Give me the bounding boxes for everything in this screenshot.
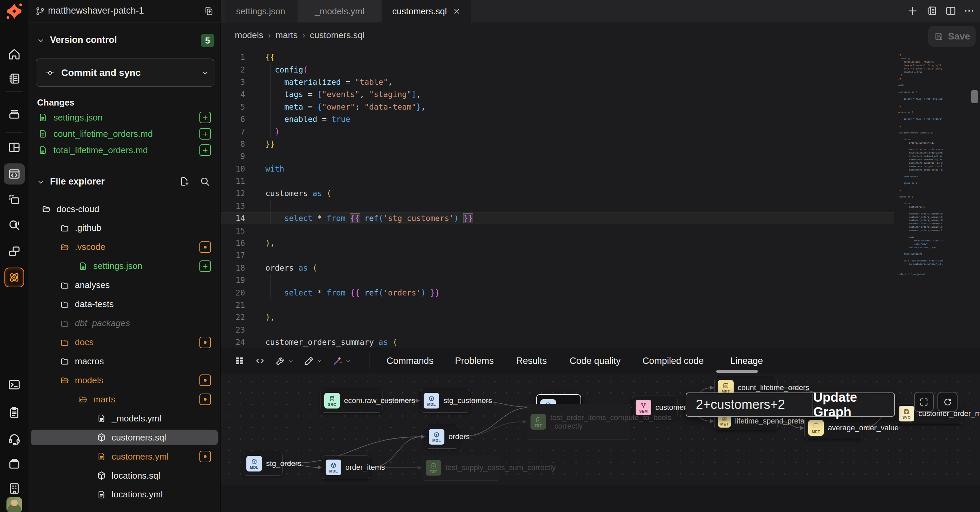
tab-settings.json[interactable]: settings.json (224, 0, 297, 22)
stage-file-icon[interactable]: + (199, 112, 211, 123)
code-line-3[interactable]: 3 materialized = "table", (221, 76, 894, 88)
tree-item-.github[interactable]: .github (31, 220, 218, 236)
code-line-7[interactable]: 7 ) (221, 125, 894, 137)
bottom-tab-Problems[interactable]: Problems (455, 356, 494, 366)
lineage-canvas[interactable]: SRCecom.raw_customersMDLstg_customersMDL… (221, 373, 980, 485)
tool-code-view[interactable] (254, 355, 266, 367)
code-line-18[interactable]: 18orders as ( (221, 262, 894, 274)
lineage-node-test_supply[interactable]: TSTtest_supply_costs_sum_correctly (422, 455, 500, 481)
code-line-10[interactable]: 10with (221, 163, 894, 175)
code-line-8[interactable]: 8}} (221, 138, 894, 150)
dbt-logo[interactable] (0, 0, 28, 22)
tree-item-macros[interactable]: macros (31, 353, 218, 369)
tree-item-docs-cloud[interactable]: docs-cloud (31, 201, 218, 217)
tool-format[interactable] (303, 355, 323, 367)
rail-item-insights[interactable] (0, 214, 28, 236)
tab-customers.sql[interactable]: customers.sql (382, 0, 471, 22)
stage-file-icon[interactable]: + (199, 128, 211, 140)
rail-item-terminal[interactable] (0, 374, 28, 396)
code-line-2[interactable]: 2 config( (221, 63, 894, 76)
breadcrumb-item[interactable]: customers.sql (310, 30, 364, 40)
explorer-collapse-chevron[interactable] (37, 178, 45, 187)
tree-item-marts[interactable]: marts (31, 391, 218, 407)
tool-build-tools[interactable] (275, 355, 294, 367)
tree-item-dbt_packages[interactable]: dbt_packages (31, 316, 218, 331)
lineage-node-orders[interactable]: MDLorders (425, 425, 459, 449)
editor-scrollbar[interactable] (971, 90, 978, 103)
stage-file-icon[interactable]: + (199, 144, 211, 156)
rail-item-user-avatar[interactable] (0, 494, 28, 512)
copy-branch-icon[interactable] (203, 5, 214, 16)
code-line-6[interactable]: 6 enabled = true (221, 113, 894, 125)
changed-file-row[interactable]: total_lifetime_orders.md+ (28, 142, 221, 158)
changed-file-row[interactable]: settings.json+ (28, 109, 221, 126)
lineage-node-test_order_items[interactable]: TSTtest_order_items_compute_to_bools _co… (527, 404, 631, 440)
tree-item-.vscode[interactable]: .vscode (31, 239, 218, 255)
breadcrumb-item[interactable]: marts (275, 30, 298, 40)
tool-results-table[interactable] (234, 355, 245, 367)
code-line-17[interactable]: 17 (221, 249, 894, 262)
close-tab-icon[interactable] (452, 7, 461, 16)
lineage-node-stg_orders[interactable]: MDLstg_orders (243, 452, 283, 475)
breadcrumb-item[interactable]: models (235, 30, 263, 40)
code-line-21[interactable]: 21 (221, 299, 894, 311)
code-line-11[interactable]: 11 (221, 175, 894, 187)
code-editor[interactable]: 1{{2 config(3 materialized = "table",4 t… (221, 51, 894, 348)
code-line-24[interactable]: 24customer_orders_summary as ( (221, 336, 894, 348)
save-button[interactable]: Save (928, 26, 975, 47)
tool-dbt-copilot[interactable] (332, 355, 352, 367)
rail-item-clipboard[interactable] (0, 402, 28, 423)
code-line-1[interactable]: 1{{ (221, 51, 894, 63)
changed-file-row[interactable]: count_lifetime_orders.md+ (28, 126, 221, 142)
tree-item-docs[interactable]: docs (31, 335, 218, 350)
code-line-4[interactable]: 4 tags = ["events", "staging"], (221, 88, 894, 100)
tree-item-analyses[interactable]: analyses (31, 278, 218, 293)
code-line-15[interactable]: 15 (221, 224, 894, 237)
new-tab-icon[interactable] (907, 5, 919, 17)
lineage-fullscreen-button[interactable] (914, 392, 934, 412)
tree-item-_models.yml[interactable]: _models.yml (31, 411, 218, 426)
bottom-tab-Compiled code[interactable]: Compiled code (643, 356, 704, 366)
code-line-19[interactable]: 19 (221, 274, 894, 286)
bottom-tab-Code quality[interactable]: Code quality (570, 356, 620, 366)
tree-item-data-tests[interactable]: data-tests (31, 297, 218, 312)
code-line-16[interactable]: 16), (221, 237, 894, 249)
rail-item-code-editor[interactable] (0, 163, 28, 185)
code-line-22[interactable]: 22), (221, 311, 894, 324)
bottom-tab-Commands[interactable]: Commands (387, 356, 434, 366)
rail-item-windows[interactable] (0, 240, 28, 262)
commit-dropdown-chevron[interactable] (200, 68, 210, 78)
lineage-search-overlay[interactable]: 2+customers+2 Update Graph (686, 392, 895, 417)
editor-more-icon[interactable] (963, 5, 975, 17)
tree-item-locations.yml[interactable]: locations.yml (31, 487, 218, 502)
rail-item-home[interactable] (0, 43, 28, 65)
rail-item-notebook[interactable] (0, 68, 28, 89)
chevron-down-icon[interactable] (345, 357, 352, 364)
bottom-tab-Lineage[interactable]: Lineage (730, 356, 763, 366)
chevron-down-icon[interactable] (316, 357, 323, 364)
tree-item-models[interactable]: models (31, 372, 218, 388)
tab-_models.yml[interactable]: _models.yml (298, 0, 381, 22)
commit-and-sync-button[interactable]: Commit and sync (36, 59, 215, 87)
code-line-13[interactable]: 13 (221, 200, 894, 212)
rail-item-inbox[interactable] (0, 103, 28, 124)
rail-item-layout[interactable] (0, 137, 28, 158)
chevron-down-icon[interactable] (288, 357, 294, 364)
code-line-12[interactable]: 12customers as ( (221, 187, 894, 199)
lineage-query-input[interactable]: 2+customers+2 (686, 393, 813, 416)
code-line-14[interactable]: 14 select * from {{ ref('stg_customers')… (221, 212, 894, 224)
notebook-panel-icon[interactable] (926, 5, 938, 17)
lineage-node-raw_customers[interactable]: SRCecom.raw_customers (321, 389, 382, 413)
bottom-tab-Results[interactable]: Results (516, 356, 547, 366)
tree-item-settings.json[interactable]: settings.json+ (31, 258, 218, 274)
new-file-icon[interactable] (179, 175, 190, 187)
lineage-refresh-button[interactable] (937, 392, 958, 412)
lineage-node-order_items[interactable]: MDLorder_items (322, 456, 370, 479)
tree-item-customers.sql[interactable]: customers.sql (31, 430, 218, 445)
code-line-23[interactable]: 23 (221, 324, 894, 336)
lineage-node-average_order_value[interactable]: METaverage_order_value (804, 417, 863, 439)
code-line-20[interactable]: 20 select * from {{ ref('orders') }} (221, 286, 894, 298)
rail-item-dbt-fusion[interactable] (0, 266, 28, 288)
tree-item-customers.yml[interactable]: customers.yml (31, 449, 218, 464)
vc-collapse-chevron[interactable] (37, 36, 45, 45)
